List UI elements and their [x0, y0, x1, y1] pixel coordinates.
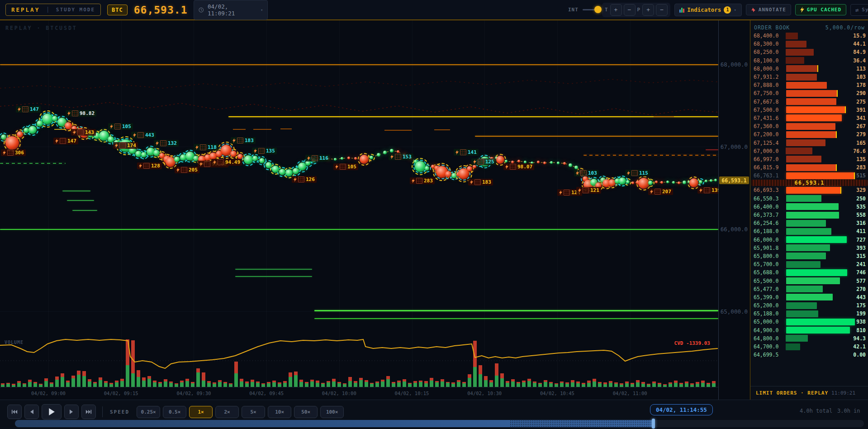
order-book-size: 810 — [855, 327, 868, 334]
speed-0.5x-button[interactable]: 0.5× — [163, 406, 186, 418]
order-book-depth-bar — [786, 114, 842, 121]
order-book-row[interactable]: 67,000.076.6 — [750, 147, 868, 155]
time-zoom-in-button[interactable]: + — [610, 4, 622, 16]
datetime-selector[interactable]: 04/02, 11:09:21 ▾ — [194, 0, 268, 20]
order-book-row[interactable]: 67,750.0290 — [750, 89, 868, 97]
price-zoom-out-button[interactable]: − — [656, 4, 668, 16]
price-axis[interactable]: 66,593.1 68,000.067,000.066,000.065,000.… — [718, 20, 750, 400]
price-zoom-in-button[interactable]: + — [642, 4, 654, 16]
order-book-row[interactable]: 68,250.084.9 — [750, 48, 868, 56]
gpu-cached-button[interactable]: GPU CACHED — [795, 4, 846, 15]
order-book-row[interactable]: 66,550.3250 — [750, 195, 868, 203]
speed-2x-button[interactable]: 2× — [215, 406, 239, 418]
order-book-row[interactable]: 67,931.2103 — [750, 73, 868, 81]
replay-mode-button[interactable]: REPLAY │ STUDY MODE — [5, 4, 101, 16]
order-book-size: 270 — [855, 286, 868, 292]
order-book-row[interactable]: 67,500.0391 — [750, 106, 868, 114]
order-book-depth-bar — [786, 33, 798, 39]
speed-0.25x-button[interactable]: 0.25× — [137, 406, 160, 418]
trade-size-label: 174 — [113, 142, 138, 149]
order-book-size: 283 — [855, 164, 868, 171]
speed-10x-button[interactable]: 10× — [268, 406, 291, 418]
lightning-icon — [199, 162, 203, 167]
symbol-badge[interactable]: BTC — [107, 5, 128, 15]
order-book-row[interactable]: 66,188.0411 — [750, 227, 868, 235]
order-book-row[interactable]: 67,360.0267 — [750, 122, 868, 130]
indicators-button[interactable]: Indicators 1 ▾ — [674, 4, 742, 16]
order-book-row[interactable]: 64,699.50.00 — [750, 351, 868, 359]
order-book-row[interactable]: 66,763.1515 — [750, 172, 868, 180]
study-mode-label[interactable]: STUDY MODE — [56, 7, 95, 13]
order-book-row[interactable]: 65,477.0270 — [750, 285, 868, 293]
order-book-row[interactable]: 68,000.0113 — [750, 65, 868, 73]
order-book-row[interactable]: 68,300.044.1 — [750, 40, 868, 48]
order-book-row[interactable]: 65,188.0199 — [750, 310, 868, 318]
price-chart[interactable]: REPLAY · BTCUSDT VOLUME CVD -1339.03 04/… — [0, 20, 718, 400]
order-book-depth-bar — [786, 49, 814, 56]
order-book-row[interactable]: 66,400.0535 — [750, 203, 868, 211]
order-book-row[interactable]: 65,500.0577 — [750, 276, 868, 285]
order-book-row[interactable]: 67,888.0178 — [750, 81, 868, 89]
order-book-row[interactable]: 65,399.0443 — [750, 293, 868, 301]
buy-trade-bubble — [505, 160, 508, 162]
order-book-row[interactable]: 64,700.042.1 — [750, 343, 868, 351]
step-back-button[interactable] — [24, 405, 39, 419]
order-book-price: 67,431.6 — [750, 115, 786, 121]
order-book-row[interactable]: 64,900.0810 — [750, 326, 868, 334]
order-book-bar-wrap — [786, 228, 855, 235]
order-book-row[interactable]: 68,400.015.9 — [750, 32, 868, 40]
buy-trade-bubble — [37, 120, 43, 127]
order-book-size: 94.3 — [853, 335, 868, 342]
order-book-row[interactable]: 66,997.0135 — [750, 155, 868, 163]
order-book-row[interactable]: 66,254.6316 — [750, 219, 868, 227]
order-book-price: 65,700.0 — [750, 261, 786, 267]
step-forward-button[interactable] — [64, 405, 79, 419]
order-book-row[interactable]: 68,100.036.4 — [750, 57, 868, 65]
jump-to-end-button[interactable] — [81, 405, 96, 419]
buy-trade-bubble — [334, 158, 337, 161]
block-trade-icon — [138, 132, 144, 138]
order-book-size: 329 — [855, 187, 868, 193]
lightning-icon — [294, 177, 297, 182]
replay-progress-track[interactable] — [15, 420, 864, 427]
order-book-row[interactable]: 65,200.0175 — [750, 301, 868, 310]
sell-trade-bubble — [543, 162, 546, 164]
order-book-row[interactable]: 65,901.8393 — [750, 244, 868, 252]
annotate-button[interactable]: ANNOTATE — [746, 4, 791, 15]
sell-trade-bubble — [638, 178, 649, 189]
order-book-row[interactable]: 65,700.0241 — [750, 260, 868, 268]
speed-50x-button[interactable]: 50× — [294, 406, 318, 418]
order-book-row[interactable]: 65,688.0746 — [750, 268, 868, 276]
buy-trade-bubble — [390, 149, 394, 153]
speed-5x-button[interactable]: 5× — [242, 406, 265, 418]
order-book-row[interactable]: 64,800.094.3 — [750, 334, 868, 343]
order-book-row[interactable]: 66,373.7558 — [750, 211, 868, 219]
order-book-row[interactable]: 65,800.0315 — [750, 252, 868, 260]
order-book-row[interactable]: 66,693.3329 — [750, 186, 868, 194]
order-book-price: 67,931.2 — [750, 74, 786, 80]
interval-slider[interactable] — [583, 9, 598, 10]
order-book-bar-wrap — [786, 335, 853, 342]
time-zoom-out-button[interactable]: − — [624, 4, 636, 16]
block-trade-icon — [160, 140, 166, 146]
order-book-row[interactable]: 66,000.0727 — [750, 236, 868, 244]
replay-playhead-handle[interactable] — [652, 419, 655, 429]
order-book-bar-wrap — [786, 90, 855, 97]
slider-knob[interactable] — [594, 6, 602, 13]
order-book-row[interactable]: 67,125.4165 — [750, 138, 868, 147]
volume-pane-label: VOLUME — [5, 340, 24, 345]
order-book-row[interactable]: 65,000.0938 — [750, 318, 868, 326]
speed-100x-button[interactable]: 100× — [320, 406, 344, 418]
order-book-row[interactable]: 67,431.6341 — [750, 114, 868, 122]
play-button[interactable] — [42, 404, 62, 419]
symbols-button[interactable]: ⇄ Symbols — [850, 4, 868, 16]
jump-to-start-button[interactable] — [7, 405, 22, 419]
order-book-row[interactable]: 67,667.8275 — [750, 98, 868, 106]
order-book-bar-wrap — [786, 352, 853, 358]
order-book-row[interactable]: 66,815.9283 — [750, 163, 868, 172]
order-book-price: 68,300.0 — [750, 41, 786, 47]
speed-1x-button[interactable]: 1× — [189, 406, 213, 418]
order-book-row[interactable]: 67,200.0279 — [750, 130, 868, 138]
trade-size-label: 147 — [53, 138, 78, 144]
sell-trade-bubble — [354, 157, 357, 160]
